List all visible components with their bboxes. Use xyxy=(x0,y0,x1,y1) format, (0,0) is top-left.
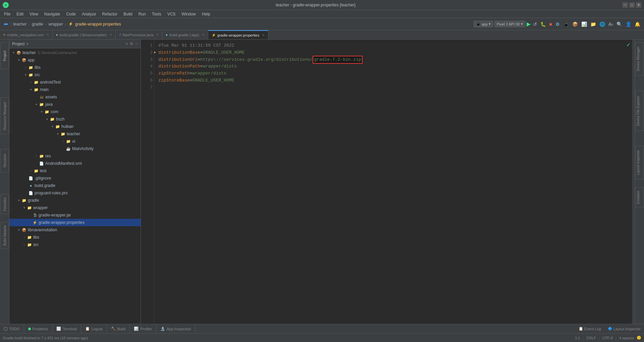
sidebar-layout-inspector-label[interactable]: Layout Inspector xyxy=(635,146,644,179)
sdk-icon[interactable]: 📦 xyxy=(571,21,579,28)
menu-file[interactable]: File xyxy=(1,11,13,17)
tree-item-src[interactable]: ▾ 📁 src xyxy=(9,71,141,79)
tab-gradle-wrapper-properties[interactable]: ⚡ gradle-wrapper.properties ✕ xyxy=(208,30,268,40)
sidebar-favorites-icon[interactable]: Favorites xyxy=(0,194,9,214)
menu-analyze[interactable]: Analyze xyxy=(79,11,99,17)
project-collapse-icon[interactable]: ≡ xyxy=(126,42,128,46)
event-log-button[interactable]: 📋 Event Log xyxy=(575,327,604,331)
tab-problems[interactable]: Problems xyxy=(24,324,52,334)
tree-item-teacher-root[interactable]: ▾ 📦 teacher E:\AndroidCode\teacher xyxy=(9,49,141,56)
tab-build-gradle-app-close[interactable]: ✕ xyxy=(202,33,205,37)
sidebar-structure-icon[interactable]: Structure xyxy=(0,149,9,173)
breadcrumb-gradle[interactable]: gradle xyxy=(32,22,43,27)
stop-icon[interactable]: ■ xyxy=(548,21,553,28)
tree-item-java[interactable]: ▾ 📁 java xyxy=(9,101,141,108)
tab-app-inspection[interactable]: 🔬 App Inspection xyxy=(156,324,196,334)
tree-item-assets[interactable]: › 🗂 assets xyxy=(9,93,141,101)
tree-item-com[interactable]: ▾ 📁 com xyxy=(9,108,141,115)
avd-icon[interactable]: 📱 xyxy=(562,21,570,28)
sidebar-device-file-explorer-label[interactable]: Device File Explorer xyxy=(635,91,644,131)
sidebar-emulator-label[interactable]: Emulator xyxy=(635,187,644,207)
tree-item-gitignore[interactable]: › 📄 .gitignore xyxy=(9,175,141,182)
status-line-ending[interactable]: CRLF xyxy=(586,336,596,340)
tab-mobile-navigation-close[interactable]: ✕ xyxy=(46,33,49,37)
menu-vcs[interactable]: VCS xyxy=(165,11,178,17)
tree-item-libnavannotation-src[interactable]: › 📁 src xyxy=(9,241,141,248)
status-encoding[interactable]: UTF-8 xyxy=(602,336,613,340)
tree-item-libnavannotation[interactable]: ▾ 📦 libnavannotation xyxy=(9,226,141,234)
tree-item-teacher-pkg[interactable]: ▾ 📁 teacher xyxy=(9,130,141,138)
tree-item-androidmanifest[interactable]: › 📄 AndroidManifest.xml xyxy=(9,160,141,167)
tab-build[interactable]: 🔨 Build xyxy=(107,324,130,334)
tab-terminal[interactable]: ⬜ Terminal xyxy=(52,324,81,334)
sidebar-resource-manager-icon[interactable]: Resource Manager xyxy=(0,97,9,134)
editor-content[interactable]: ✓ 1 2 3 4 5 6 7 #Tue Mar 01 11:31:59 CST… xyxy=(141,40,635,324)
device-file-icon[interactable]: 📁 xyxy=(589,21,597,28)
run-config-dropdown[interactable]: 📱 app ▾ xyxy=(474,21,493,27)
tab-navprocessor-close[interactable]: ✕ xyxy=(156,33,159,37)
tree-item-wrapper[interactable]: ▾ 📁 wrapper xyxy=(9,204,141,211)
minimize-button[interactable]: ─ xyxy=(623,2,628,8)
back-icon[interactable]: ⬅ xyxy=(3,20,9,28)
tab-gradle-wrapper-properties-close[interactable]: ✕ xyxy=(262,33,265,37)
sidebar-build-variants-icon[interactable]: Build Variants xyxy=(0,222,9,249)
menu-run[interactable]: Run xyxy=(136,11,149,17)
tree-item-build-gradle[interactable]: › ● build.gradle xyxy=(9,182,141,189)
run-button[interactable]: ▶ xyxy=(527,21,531,27)
project-settings-icon[interactable]: ⚙ xyxy=(130,42,133,46)
tree-item-libnavannotation-libs[interactable]: › 📁 libs xyxy=(9,234,141,241)
menu-view[interactable]: View xyxy=(27,11,41,17)
project-minimize-icon[interactable]: ─ xyxy=(135,42,138,46)
menu-edit[interactable]: Edit xyxy=(14,11,26,17)
tab-logcat[interactable]: 📋 Logcat xyxy=(81,324,107,334)
menu-tools[interactable]: Tools xyxy=(149,11,164,17)
tab-mobile-navigation[interactable]: ≡ mobile_navigation.xml ✕ xyxy=(0,30,53,40)
menu-window[interactable]: Window xyxy=(179,11,199,17)
breadcrumb-teacher[interactable]: teacher xyxy=(13,22,26,27)
close-button[interactable]: ✕ xyxy=(636,2,641,8)
sidebar-project-icon[interactable]: Project xyxy=(0,42,9,69)
profiler-icon[interactable]: 📊 xyxy=(580,21,588,28)
tab-navprocessor[interactable]: J NavProcessor.java ✕ xyxy=(116,30,162,40)
tab-todo[interactable]: TODO xyxy=(0,324,24,334)
refresh-icon[interactable]: ↺ xyxy=(532,21,538,28)
tree-item-huiban[interactable]: ▾ 📁 huiban xyxy=(9,123,141,130)
menu-help[interactable]: Help xyxy=(199,11,213,17)
menu-build[interactable]: Build xyxy=(121,11,135,17)
status-position[interactable]: 1:1 xyxy=(575,336,580,340)
menu-navigate[interactable]: Navigate xyxy=(42,11,63,17)
menu-refactor[interactable]: Refactor xyxy=(100,11,120,17)
breadcrumb-file[interactable]: gradle-wrapper.properties xyxy=(75,22,121,27)
tree-item-mainactivity[interactable]: › ☕ MainActivity xyxy=(9,145,141,152)
gradle-sync-icon[interactable]: ⚙ xyxy=(554,21,561,28)
code-editor[interactable]: #Tue Mar 01 11:31:59 CST 2022 ● distribu… xyxy=(154,40,632,324)
tree-item-test[interactable]: › 📁 test xyxy=(9,167,141,175)
tree-item-libs[interactable]: › 📁 libs xyxy=(9,64,141,71)
tab-build-gradle-app[interactable]: ● build.gradle (:app) ✕ xyxy=(162,30,208,40)
tree-item-ui[interactable]: › 📁 ui xyxy=(9,138,141,145)
breadcrumb-wrapper[interactable]: wrapper xyxy=(49,22,63,27)
sidebar-device-manager-label[interactable]: Device Manager xyxy=(635,42,644,76)
tree-item-androidtest[interactable]: › 📁 androidTest xyxy=(9,79,141,86)
device-dropdown[interactable]: Pixel 2 API 30 ▾ xyxy=(494,21,525,27)
tab-build-gradle-libnavcompiler-close[interactable]: ✕ xyxy=(109,33,112,37)
tree-item-app[interactable]: ▾ 📦 app xyxy=(9,56,141,64)
localization-icon[interactable]: 🌐 xyxy=(598,21,606,28)
status-indent[interactable]: 4 spaces xyxy=(619,336,634,340)
notification-icon[interactable]: 🔔 xyxy=(634,21,641,28)
menu-code[interactable]: Code xyxy=(63,11,78,17)
account-icon[interactable]: 👤 xyxy=(625,21,632,28)
tree-item-res[interactable]: › 📁 res xyxy=(9,152,141,160)
tab-build-gradle-libnavcompiler[interactable]: ● build.gradle (:libnavcompiler) ✕ xyxy=(53,30,116,40)
layout-inspector-bottom-button[interactable]: 🔷 Layout Inspector xyxy=(604,327,644,331)
tab-profiler[interactable]: 📊 Profiler xyxy=(130,324,156,334)
maximize-button[interactable]: □ xyxy=(629,2,635,8)
translate-icon[interactable]: A› xyxy=(607,21,614,28)
tree-item-main[interactable]: ▾ 📁 main xyxy=(9,86,141,93)
debug-icon[interactable]: 🐛 xyxy=(539,21,547,28)
tree-item-bszh[interactable]: ▾ 📁 bszh xyxy=(9,115,141,123)
tree-item-gradle-folder[interactable]: ▾ 📁 gradle xyxy=(9,197,141,204)
tree-item-gradle-wrapper-jar[interactable]: › 🗜 gradle-wrapper.jar xyxy=(9,211,141,219)
tree-item-gradle-wrapper-properties[interactable]: › ⚡ gradle-wrapper.properties xyxy=(9,219,141,226)
project-dropdown-arrow-icon[interactable]: ▾ xyxy=(26,42,28,46)
